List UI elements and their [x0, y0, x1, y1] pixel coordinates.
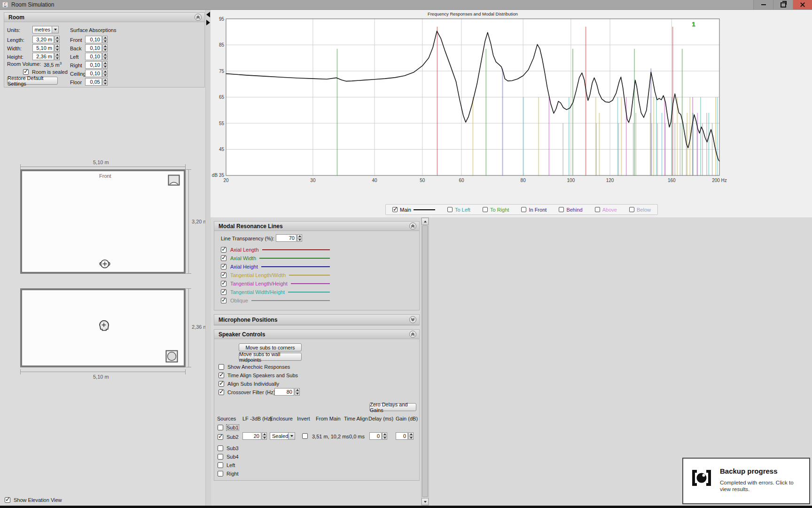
- restore-defaults-button[interactable]: Restore Default Settings: [7, 77, 58, 85]
- modal-line-checkbox[interactable]: [221, 272, 226, 278]
- lf-spinner[interactable]: 20: [242, 432, 267, 440]
- gain-spinner[interactable]: 0: [396, 432, 414, 440]
- scroll-up-icon[interactable]: [422, 218, 429, 225]
- spin-up-icon[interactable]: [55, 36, 60, 40]
- legend-checkbox[interactable]: [483, 207, 488, 212]
- enclosure-combo[interactable]: Sealed: [270, 432, 295, 440]
- modal-line-checkbox[interactable]: [221, 264, 226, 270]
- listener-icon[interactable]: [99, 258, 110, 270]
- spin-up-icon[interactable]: [408, 432, 414, 437]
- surface-spinner-value[interactable]: 0,10: [85, 61, 102, 69]
- modal-line-checkbox[interactable]: [221, 255, 226, 261]
- speaker-option-checkbox[interactable]: [219, 373, 224, 378]
- collapse-chevron-icon[interactable]: [409, 331, 416, 338]
- speaker-option-checkbox[interactable]: [219, 364, 224, 370]
- surface-spinner-value[interactable]: 0,10: [85, 70, 102, 77]
- crossover-checkbox[interactable]: [219, 389, 224, 395]
- room-field-spinner[interactable]: 2,36 m: [32, 53, 60, 60]
- spin-up-icon[interactable]: [55, 44, 60, 48]
- restore-button[interactable]: [773, 0, 793, 9]
- spin-up-icon[interactable]: [102, 53, 108, 57]
- surface-spinner-value[interactable]: 0,05: [85, 78, 102, 86]
- vertical-scrollbar[interactable]: [421, 217, 429, 506]
- legend-checkbox[interactable]: [521, 207, 526, 212]
- close-button[interactable]: [793, 0, 812, 9]
- legend-checkbox[interactable]: [392, 207, 398, 212]
- scroll-down-icon[interactable]: [422, 498, 429, 505]
- modal-line-checkbox[interactable]: [221, 289, 226, 295]
- spin-up-icon[interactable]: [295, 388, 300, 392]
- surface-spinner[interactable]: 0,05: [85, 78, 108, 86]
- invert-checkbox[interactable]: [302, 433, 308, 439]
- crossover-spinner[interactable]: 80: [274, 388, 300, 396]
- delay-spinner[interactable]: 0: [369, 432, 387, 440]
- spin-down-icon[interactable]: [102, 74, 108, 78]
- line-transparency-value[interactable]: 70: [276, 234, 297, 242]
- spin-up-icon[interactable]: [102, 70, 108, 74]
- spin-down-icon[interactable]: [102, 57, 108, 61]
- units-combo[interactable]: metres: [32, 26, 59, 33]
- speaker-option-checkbox[interactable]: [219, 381, 224, 387]
- spin-up-icon[interactable]: [382, 432, 387, 437]
- lf-spinner-value[interactable]: 20: [242, 432, 261, 440]
- room-field-spinner[interactable]: 3,20 m: [32, 36, 60, 43]
- scrollbar-thumb[interactable]: [422, 225, 428, 497]
- source-checkbox[interactable]: [218, 462, 223, 468]
- zero-delays-gains-button[interactable]: Zero Delays and Gains: [369, 403, 416, 411]
- subwoofer-front-icon[interactable]: [165, 350, 178, 363]
- gain-spinner-value[interactable]: 0: [396, 432, 408, 440]
- collapse-chevron-icon[interactable]: [409, 222, 416, 230]
- source-checkbox[interactable]: [218, 425, 223, 430]
- spin-down-icon[interactable]: [297, 238, 302, 242]
- spin-up-icon[interactable]: [102, 61, 108, 65]
- legend-checkbox[interactable]: [595, 207, 600, 212]
- room-field-spinner-value[interactable]: 3,20 m: [32, 36, 54, 43]
- source-checkbox[interactable]: [218, 471, 223, 476]
- surface-spinner-value[interactable]: 0,10: [85, 36, 102, 43]
- delay-spinner-value[interactable]: 0: [369, 432, 382, 440]
- show-elevation-checkbox[interactable]: [5, 497, 10, 503]
- collapse-chevron-icon[interactable]: [195, 14, 202, 21]
- spin-down-icon[interactable]: [102, 65, 108, 69]
- spin-down-icon[interactable]: [55, 48, 60, 52]
- legend-checkbox[interactable]: [447, 207, 453, 212]
- room-field-spinner-value[interactable]: 2,36 m: [32, 53, 54, 60]
- modal-line-checkbox[interactable]: [221, 247, 226, 253]
- spin-down-icon[interactable]: [102, 40, 108, 44]
- spin-up-icon[interactable]: [102, 36, 108, 40]
- collapse-left-icon[interactable]: [206, 12, 210, 17]
- subwoofer-icon[interactable]: [168, 175, 180, 186]
- spin-up-icon[interactable]: [55, 53, 60, 57]
- move-subs-midpoints-button[interactable]: Move subs to wall midpoints: [239, 353, 302, 361]
- surface-spinner[interactable]: 0,10: [85, 70, 108, 77]
- surface-spinner-value[interactable]: 0,10: [85, 44, 102, 52]
- room-sealed-checkbox[interactable]: [23, 69, 29, 75]
- spin-down-icon[interactable]: [262, 437, 267, 440]
- backup-progress-toast[interactable]: Backup progress Completed with errors. C…: [682, 458, 810, 504]
- spin-up-icon[interactable]: [262, 432, 267, 437]
- listener-head-icon[interactable]: [97, 319, 110, 333]
- surface-spinner-value[interactable]: 0,10: [85, 53, 102, 60]
- room-field-spinner-value[interactable]: 5,10 m: [32, 44, 54, 52]
- line-transparency-spinner[interactable]: 70: [276, 234, 302, 242]
- chevron-down-icon[interactable]: [52, 26, 59, 33]
- modal-line-checkbox[interactable]: [221, 298, 226, 303]
- source-checkbox[interactable]: [218, 434, 223, 440]
- expand-chevron-icon[interactable]: [409, 316, 416, 323]
- source-checkbox[interactable]: [218, 445, 223, 451]
- legend-checkbox[interactable]: [629, 207, 634, 212]
- spin-down-icon[interactable]: [55, 40, 60, 44]
- spin-down-icon[interactable]: [382, 437, 387, 440]
- source-checkbox[interactable]: [218, 454, 223, 460]
- modal-line-checkbox[interactable]: [221, 281, 226, 286]
- surface-spinner[interactable]: 0,10: [85, 44, 108, 52]
- expand-right-icon[interactable]: [206, 20, 210, 25]
- spin-down-icon[interactable]: [408, 437, 414, 440]
- minimize-button[interactable]: [753, 0, 773, 9]
- room-field-spinner[interactable]: 5,10 m: [32, 44, 60, 52]
- move-subs-corners-button[interactable]: Move subs to corners: [239, 343, 302, 351]
- spin-down-icon[interactable]: [55, 57, 60, 61]
- surface-spinner[interactable]: 0,10: [85, 61, 108, 69]
- surface-spinner[interactable]: 0,10: [85, 53, 108, 60]
- spin-up-icon[interactable]: [102, 78, 108, 82]
